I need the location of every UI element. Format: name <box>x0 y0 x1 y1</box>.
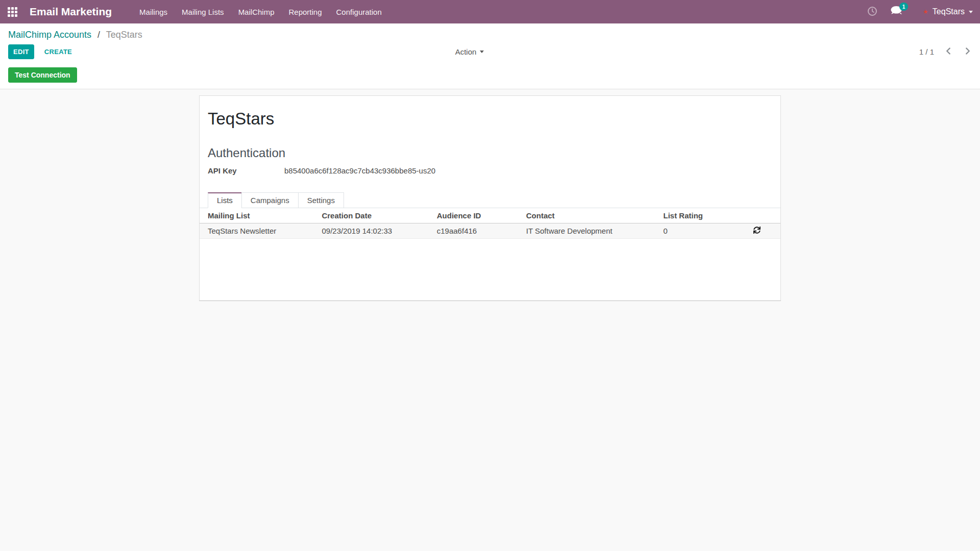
column-header-list-rating[interactable]: List Rating <box>661 208 734 223</box>
user-name: TeqStars <box>933 7 965 16</box>
record-sheet: TeqStars Authentication API Key b85400a6… <box>199 95 781 301</box>
cell-creation-date: 09/23/2019 14:02:33 <box>319 223 434 239</box>
test-connection-button[interactable]: Test Connection <box>8 67 77 83</box>
action-dropdown-button[interactable]: Action <box>452 47 487 57</box>
column-header-mailing-list[interactable]: Mailing List <box>200 208 319 223</box>
tab-settings[interactable]: Settings <box>298 192 344 208</box>
record-title: TeqStars <box>208 109 772 129</box>
tab-campaigns[interactable]: Campaigns <box>241 192 299 208</box>
clock-icon <box>867 6 877 18</box>
chevron-left-icon <box>945 47 952 56</box>
menu-item-mailchimp[interactable]: MailChimp <box>231 0 282 23</box>
sync-list-button[interactable] <box>753 227 761 234</box>
breadcrumb-separator: / <box>97 30 100 40</box>
action-dropdown-label: Action <box>455 47 477 56</box>
tab-bar: Lists Campaigns Settings <box>200 192 780 208</box>
cell-audience-id: c19aa6f416 <box>434 223 524 239</box>
column-header-contact[interactable]: Contact <box>524 208 661 223</box>
control-panel-buttons: EDIT CREATE Action 1 / 1 <box>0 41 980 63</box>
systray: 1 ★ TeqStars <box>867 6 973 18</box>
menu-item-mailings[interactable]: Mailings <box>132 0 175 23</box>
menu-item-configuration[interactable]: Configuration <box>329 0 389 23</box>
menu-item-mailing-lists[interactable]: Mailing Lists <box>175 0 231 23</box>
pager-counter: 1 / 1 <box>919 47 934 56</box>
chevron-down-icon <box>480 51 484 53</box>
mailing-lists-table: Mailing List Creation Date Audience ID C… <box>200 208 780 239</box>
pager: 1 / 1 <box>919 47 972 56</box>
messages-badge: 1 <box>899 3 908 11</box>
chevron-down-icon <box>969 11 973 13</box>
api-key-value: b85400a6c6f128ac9c7cb43c936bbe85-us20 <box>284 166 435 175</box>
user-star-icon: ★ <box>923 9 928 15</box>
app-title[interactable]: Email Marketing <box>30 6 112 18</box>
activities-button[interactable] <box>867 6 877 18</box>
chevron-right-icon <box>964 47 971 56</box>
user-menu-button[interactable]: ★ TeqStars <box>923 7 973 16</box>
notebook: Lists Campaigns Settings <box>200 192 780 208</box>
refresh-icon <box>753 228 761 235</box>
table-row[interactable]: TeqStars Newsletter 09/23/2019 14:02:33 … <box>200 223 780 239</box>
create-button[interactable]: CREATE <box>43 45 73 59</box>
form-statusbar: Test Connection <box>0 63 980 89</box>
edit-button[interactable]: EDIT <box>8 44 34 59</box>
breadcrumb-parent-link[interactable]: MailChimp Accounts <box>8 30 91 40</box>
table-header-row: Mailing List Creation Date Audience ID C… <box>200 208 780 223</box>
pager-previous-button[interactable] <box>944 47 953 56</box>
top-navbar: Email Marketing Mailings Mailing Lists M… <box>0 0 980 23</box>
column-header-actions <box>733 208 780 223</box>
menu-item-reporting[interactable]: Reporting <box>281 0 329 23</box>
content-area: TeqStars Authentication API Key b85400a6… <box>0 89 980 307</box>
messages-button[interactable]: 1 <box>891 6 902 17</box>
pager-next-button[interactable] <box>963 47 972 56</box>
column-header-audience-id[interactable]: Audience ID <box>434 208 524 223</box>
api-key-label: API Key <box>208 166 284 175</box>
breadcrumb: MailChimp Accounts / TeqStars <box>0 23 980 41</box>
control-panel: MailChimp Accounts / TeqStars EDIT CREAT… <box>0 23 980 89</box>
cell-contact: IT Software Development <box>524 223 661 239</box>
apps-menu-button[interactable] <box>0 0 24 23</box>
tab-lists[interactable]: Lists <box>208 192 242 208</box>
apps-grid-icon <box>8 7 17 17</box>
column-header-creation-date[interactable]: Creation Date <box>319 208 434 223</box>
breadcrumb-current: TeqStars <box>106 30 142 40</box>
cell-list-rating: 0 <box>661 223 734 239</box>
authentication-section-title: Authentication <box>208 146 772 160</box>
api-key-field-row: API Key b85400a6c6f128ac9c7cb43c936bbe85… <box>208 166 772 175</box>
cell-mailing-list: TeqStars Newsletter <box>200 223 319 239</box>
main-menu: Mailings Mailing Lists MailChimp Reporti… <box>132 0 389 23</box>
